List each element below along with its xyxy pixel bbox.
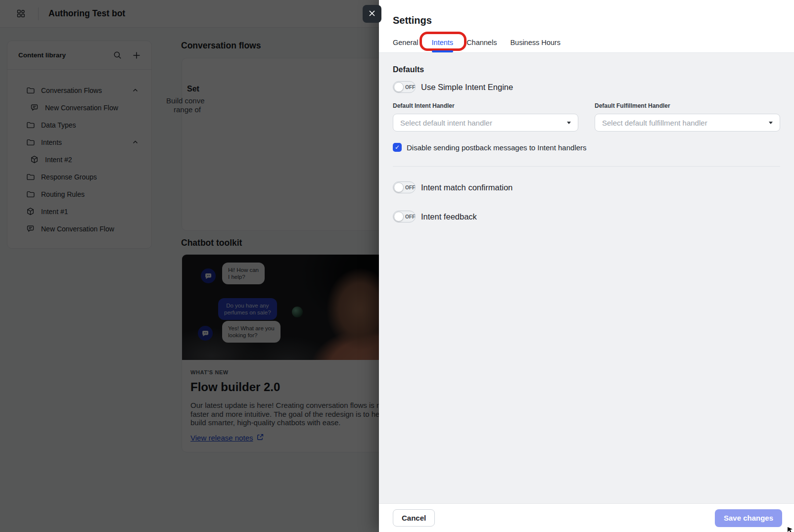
disable-postback-label: Disable sending postback messages to Int… (407, 143, 587, 152)
section-divider (393, 166, 780, 167)
settings-tabs: General Intents Channels Business Hours (393, 39, 780, 52)
tab-channels[interactable]: Channels (467, 39, 497, 52)
toggle-knob (394, 82, 404, 92)
settings-drawer: Settings General Intents Channels Busine… (379, 0, 794, 532)
intent-feedback-toggle[interactable]: OFF (393, 211, 416, 222)
dropdown-caret-icon (769, 122, 773, 124)
simple-intent-engine-row: OFF Use Simple Intent Engine (393, 81, 780, 93)
mouse-cursor (787, 527, 794, 532)
save-changes-button[interactable]: Save changes (715, 509, 782, 527)
tab-general[interactable]: General (393, 39, 419, 52)
defaults-heading: Defaults (393, 65, 780, 74)
toggle-knob (394, 182, 404, 192)
simple-intent-engine-label: Use Simple Intent Engine (421, 83, 513, 92)
select-placeholder: Select default fulfillment handler (602, 119, 707, 127)
intent-feedback-row: OFF Intent feedback (393, 211, 780, 222)
intent-match-confirmation-row: OFF Intent match confirmation (393, 181, 780, 193)
toggle-state-label: OFF (405, 85, 415, 90)
cancel-button[interactable]: Cancel (393, 509, 435, 527)
settings-intents-panel: Defaults OFF Use Simple Intent Engine De… (379, 53, 794, 503)
select-placeholder: Select default intent handler (400, 119, 492, 127)
tab-intents[interactable]: Intents (432, 39, 454, 52)
simple-intent-engine-toggle[interactable]: OFF (393, 81, 416, 93)
default-handler-fields: Default Intent Handler Select default in… (393, 102, 780, 132)
default-intent-handler-select[interactable]: Select default intent handler (393, 114, 578, 132)
settings-header: Settings General Intents Channels Busine… (379, 0, 794, 53)
toggle-state-label: OFF (405, 214, 415, 220)
default-intent-handler-field: Default Intent Handler Select default in… (393, 102, 578, 132)
default-intent-handler-label: Default Intent Handler (393, 102, 578, 109)
intent-match-confirmation-toggle[interactable]: OFF (393, 181, 416, 193)
default-fulfillment-handler-label: Default Fulfillment Handler (595, 102, 780, 109)
disable-postback-row: ✓ Disable sending postback messages to I… (393, 143, 780, 152)
default-fulfillment-handler-field: Default Fulfillment Handler Select defau… (595, 102, 780, 132)
intent-match-confirmation-label: Intent match confirmation (421, 183, 513, 192)
disable-postback-checkbox[interactable]: ✓ (393, 143, 402, 152)
default-fulfillment-handler-select[interactable]: Select default fulfillment handler (595, 114, 780, 132)
tab-intents-label: Intents (432, 39, 454, 46)
settings-footer: Cancel Save changes (379, 503, 794, 532)
settings-title: Settings (393, 14, 780, 27)
intent-feedback-label: Intent feedback (421, 212, 477, 222)
toggle-knob (394, 212, 404, 222)
close-settings-button[interactable] (363, 5, 381, 23)
toggle-state-label: OFF (405, 185, 415, 190)
app-root: Authoring Test bot Content library Conve… (0, 0, 794, 532)
tab-business-hours[interactable]: Business Hours (510, 39, 560, 52)
dropdown-caret-icon (567, 122, 571, 124)
close-icon (369, 10, 375, 18)
